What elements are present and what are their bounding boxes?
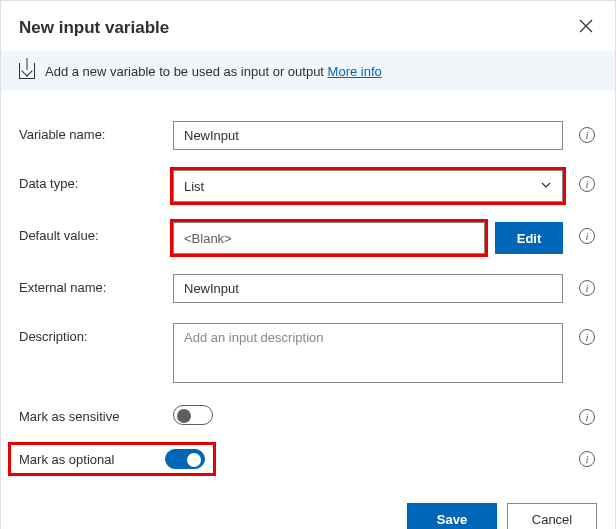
toggle-knob: [177, 409, 191, 423]
row-description: Description: i: [19, 323, 597, 383]
cancel-button[interactable]: Cancel: [507, 503, 597, 529]
label-mark-optional: Mark as optional: [19, 452, 151, 467]
mark-optional-toggle[interactable]: [165, 449, 205, 469]
dialog: New input variable Add a new variable to…: [0, 0, 616, 529]
dialog-footer: Save Cancel: [1, 489, 615, 529]
info-icon[interactable]: i: [579, 329, 595, 345]
label-description: Description:: [19, 323, 159, 344]
data-type-select[interactable]: List: [173, 170, 563, 202]
edit-button[interactable]: Edit: [495, 222, 563, 254]
row-mark-sensitive: Mark as sensitive i: [19, 403, 597, 425]
info-icon[interactable]: i: [579, 451, 595, 467]
variable-name-input[interactable]: [173, 121, 563, 150]
description-textarea[interactable]: [173, 323, 563, 383]
row-mark-optional: Mark as optional i: [19, 445, 597, 473]
info-icon[interactable]: i: [579, 176, 595, 192]
input-variable-icon: [19, 63, 35, 79]
row-external-name: External name: i: [19, 274, 597, 303]
mark-sensitive-toggle[interactable]: [173, 405, 213, 425]
label-default-value: Default value:: [19, 222, 159, 243]
dialog-title: New input variable: [19, 18, 169, 38]
info-icon[interactable]: i: [579, 280, 595, 296]
row-variable-name: Variable name: i: [19, 121, 597, 150]
info-icon[interactable]: i: [579, 127, 595, 143]
close-icon: [579, 19, 593, 36]
label-variable-name: Variable name:: [19, 121, 159, 142]
info-banner: Add a new variable to be used as input o…: [1, 51, 615, 91]
default-value-text: <Blank>: [184, 231, 232, 246]
label-data-type: Data type:: [19, 170, 159, 191]
toggle-knob: [187, 453, 201, 467]
label-mark-sensitive: Mark as sensitive: [19, 403, 159, 424]
banner-text: Add a new variable to be used as input o…: [45, 64, 324, 79]
close-button[interactable]: [575, 15, 597, 41]
save-button[interactable]: Save: [407, 503, 497, 529]
more-info-link[interactable]: More info: [328, 64, 382, 79]
dialog-header: New input variable: [1, 1, 615, 51]
row-data-type: Data type: List i: [19, 170, 597, 202]
info-icon[interactable]: i: [579, 228, 595, 244]
data-type-value: List: [184, 179, 204, 194]
chevron-down-icon: [540, 179, 552, 194]
label-external-name: External name:: [19, 274, 159, 295]
info-icon[interactable]: i: [579, 409, 595, 425]
form: Variable name: i Data type: List i: [1, 91, 615, 489]
default-value-field[interactable]: <Blank>: [173, 222, 485, 254]
row-default-value: Default value: <Blank> Edit i: [19, 222, 597, 254]
external-name-input[interactable]: [173, 274, 563, 303]
